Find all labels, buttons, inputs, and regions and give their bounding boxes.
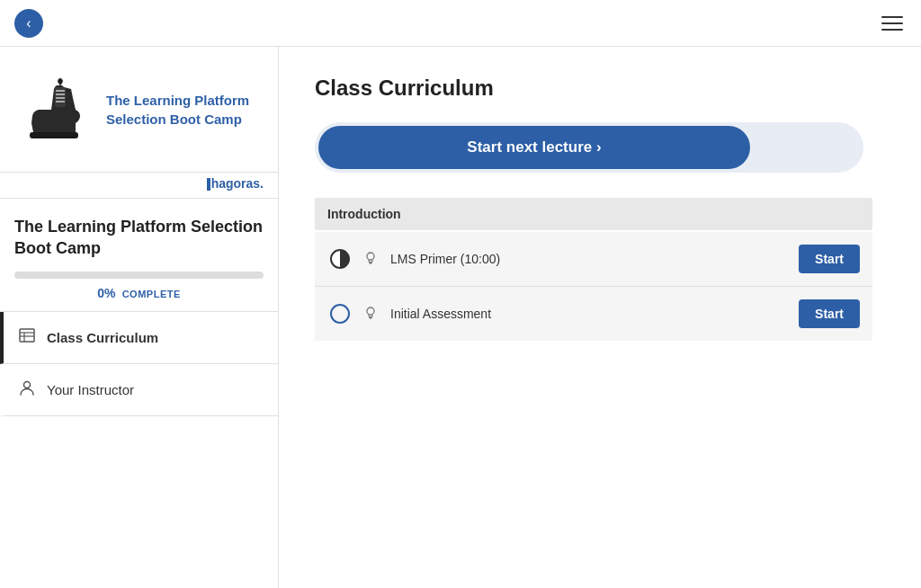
section-header-label: Introduction — [327, 207, 401, 221]
svg-point-12 — [367, 253, 374, 260]
sidebar-item-instructor-label: Your Instructor — [47, 382, 134, 397]
lecture-row-initial-assessment: Initial Assessment Start — [315, 287, 872, 341]
top-nav: ‹ — [0, 0, 921, 47]
empty-circle-icon — [330, 304, 350, 324]
section-header-introduction: Introduction — [315, 198, 872, 230]
progress-bar-container — [14, 272, 264, 279]
svg-point-10 — [24, 382, 31, 388]
person-icon — [18, 379, 36, 401]
lecture-status-empty — [327, 301, 353, 326]
main-layout: The Learning Platform Selection Boot Cam… — [0, 47, 921, 588]
course-info-section: The Learning Platform Selection Boot Cam… — [0, 199, 278, 312]
start-next-lecture-wrap: Start next lecture › — [315, 122, 863, 173]
lecture-status-half — [327, 246, 353, 272]
svg-point-15 — [367, 307, 374, 315]
curriculum-section: Introduction — [315, 198, 872, 341]
page-title: Class Curriculum — [315, 76, 885, 101]
progress-label: 0% COMPLETE — [14, 286, 264, 300]
sidebar: The Learning Platform Selection Boot Cam… — [0, 47, 279, 588]
sidebar-item-curriculum-label: Class Curriculum — [47, 330, 158, 345]
svg-rect-6 — [20, 329, 34, 342]
hamburger-menu-button[interactable] — [878, 13, 907, 34]
progress-percent: 0% — [97, 286, 115, 300]
lecture-name-lms-primer: LMS Primer (10:00) — [390, 252, 788, 266]
hamburger-line-3 — [881, 29, 903, 31]
curriculum-icon-svg — [18, 326, 36, 344]
sidebar-item-your-instructor[interactable]: Your Instructor — [0, 364, 278, 416]
lecture-row-lms-primer: LMS Primer (10:00) Start — [315, 232, 872, 287]
sidebar-course-title: The Learning Platform Selection Boot Cam… — [14, 217, 264, 259]
lecture-name-initial-assessment: Initial Assessment — [390, 307, 788, 321]
brand-logo: hagoras. — [0, 173, 278, 199]
sidebar-course-title-header: The Learning Platform Selection Boot Cam… — [106, 91, 264, 129]
boot-svg — [17, 71, 94, 147]
instructor-icon-svg — [18, 379, 36, 396]
boot-image — [14, 69, 95, 150]
half-circle-icon — [329, 248, 351, 270]
main-content: Class Curriculum Start next lecture › In… — [279, 47, 921, 588]
hamburger-line-2 — [881, 22, 903, 24]
start-button-lms-primer[interactable]: Start — [799, 245, 860, 273]
hamburger-line-1 — [881, 16, 903, 18]
bulb-svg-1 — [363, 251, 378, 265]
list-icon — [18, 326, 36, 349]
chevron-left-icon: ‹ — [26, 15, 31, 31]
bulb-icon-1 — [363, 251, 378, 268]
start-button-initial-assessment[interactable]: Start — [799, 299, 860, 328]
brand-bar-icon — [207, 178, 210, 191]
svg-rect-0 — [30, 132, 78, 138]
course-image-card: The Learning Platform Selection Boot Cam… — [0, 47, 278, 173]
sidebar-item-class-curriculum[interactable]: Class Curriculum — [0, 312, 278, 364]
bulb-svg-2 — [363, 306, 378, 320]
bulb-icon-2 — [363, 306, 378, 323]
back-button[interactable]: ‹ — [14, 9, 43, 38]
complete-text: COMPLETE — [122, 289, 181, 299]
brand-text: hagoras. — [211, 176, 264, 191]
start-next-lecture-button[interactable]: Start next lecture › — [318, 126, 750, 169]
